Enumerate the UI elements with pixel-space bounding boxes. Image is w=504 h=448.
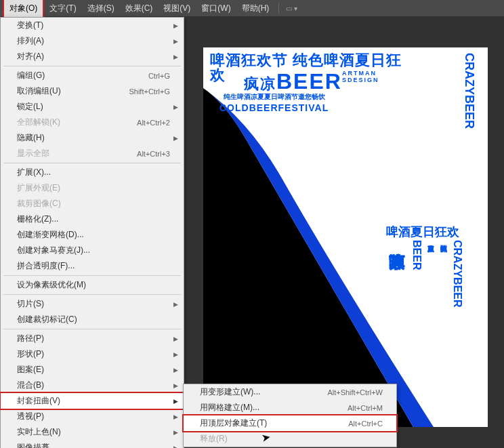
object-menu-item-24[interactable]: 路径(P)▶	[1, 331, 184, 346]
object-menu-item-17[interactable]: 拼合透明度(F)...	[1, 258, 184, 274]
menu-item-label: 扩展(X)...	[17, 167, 170, 178]
menu-shortcut: Alt+Ctrl+3	[137, 150, 170, 158]
submenu-arrow-icon: ▶	[173, 335, 178, 342]
menu-shortcut: Alt+Ctrl+C	[348, 420, 383, 428]
menu-item-label: 显示全部	[17, 148, 137, 159]
menu-item-label: 创建裁切标记(C)	[17, 314, 170, 325]
object-menu-item-12: 扩展外观(E)	[1, 180, 184, 196]
object-menu: 变换(T)▶排列(A)▶对齐(A)▶编组(G)Ctrl+G取消编组(U)Shif…	[0, 17, 184, 448]
menu-item-label: 栅格化(Z)...	[17, 213, 170, 225]
text-v3: 冰爽夏日 疯狂啤酒	[436, 53, 454, 55]
envelope-submenu: 用变形建立(W)...Alt+Shift+Ctrl+W用网格建立(M)...Al…	[183, 384, 397, 447]
object-menu-item-30[interactable]: 实时上色(N)▶	[1, 424, 184, 440]
menu-item-label: 对齐(A)	[17, 51, 170, 62]
menu-item-label: 路径(P)	[17, 333, 170, 344]
artboard[interactable]: 疯狂 啤酒狂欢节 纯色啤酒夏日狂欢 疯凉BEERARTMANSDESIGN 纯生…	[203, 47, 488, 427]
menu-separator	[3, 275, 181, 276]
menu-item-label: 拼合透明度(F)...	[17, 260, 170, 272]
menu-shortcut: Alt+Shift+Ctrl+W	[327, 388, 383, 396]
object-menu-item-1[interactable]: 排列(A)▶	[1, 33, 184, 49]
submenu-arrow-icon: ▶	[173, 382, 178, 389]
menu-effect[interactable]: 效果(C)	[120, 0, 159, 17]
text-prefix: 疯凉	[244, 75, 276, 92]
envelope-submenu-item-1[interactable]: 用网格建立(M)...Alt+Ctrl+M	[184, 400, 396, 415]
text-beer-large: 疯凉BEERARTMANSDESIGN	[244, 70, 379, 92]
menu-shortcut: Alt+Ctrl+M	[348, 404, 383, 412]
submenu-arrow-icon: ▶	[173, 135, 178, 142]
menu-item-label: 形状(P)	[17, 348, 170, 360]
panel-icon[interactable]: ▭ ▾	[286, 5, 297, 12]
menu-separator	[3, 163, 181, 163]
lower-v2: BEER	[411, 240, 423, 270]
object-menu-item-22[interactable]: 创建裁切标记(C)	[1, 312, 184, 327]
object-menu-item-2[interactable]: 对齐(A)▶	[1, 49, 184, 64]
menu-select[interactable]: 选择(S)	[82, 0, 120, 17]
object-menu-item-26[interactable]: 图案(E)▶	[1, 362, 184, 378]
object-menu-item-8[interactable]: 隐藏(H)▶	[1, 130, 184, 146]
object-menu-item-31[interactable]: 图像描摹▶	[1, 440, 184, 448]
submenu-arrow-icon: ▶	[173, 54, 178, 60]
text-v4: CRAZYBEER	[455, 53, 476, 129]
menu-separator	[3, 329, 181, 329]
object-menu-item-9: 显示全部Alt+Ctrl+3	[1, 146, 184, 161]
object-menu-item-5[interactable]: 取消编组(U)Shift+Ctrl+G	[1, 83, 184, 99]
menu-object[interactable]: 对象(O)	[3, 0, 44, 18]
menu-item-label: 裁剪图像(C)	[17, 198, 170, 209]
menu-item-label: 实时上色(N)	[17, 426, 170, 438]
submenu-arrow-icon: ▶	[173, 22, 178, 29]
text-v1: 邀您喝 纯生啤	[400, 53, 415, 57]
object-menu-item-14[interactable]: 栅格化(Z)...	[1, 211, 184, 227]
menu-window[interactable]: 窗口(W)	[196, 0, 236, 17]
object-menu-item-6[interactable]: 锁定(L)▶	[1, 99, 184, 115]
submenu-arrow-icon: ▶	[173, 351, 178, 358]
object-menu-item-16[interactable]: 创建对象马赛克(J)...	[1, 243, 184, 258]
menu-shortcut: Ctrl+G	[148, 72, 170, 80]
menu-item-label: 隐藏(H)	[17, 132, 170, 144]
envelope-submenu-item-3: 释放(R)	[184, 431, 396, 447]
text-sub: 纯生啤酒凉夏夏日啤酒节邀您畅饮	[224, 94, 325, 100]
menu-item-label: 排列(A)	[17, 35, 170, 47]
menu-separator	[3, 66, 181, 66]
menu-item-label: 释放(R)	[200, 433, 383, 445]
menu-item-label: 锁定(L)	[17, 101, 170, 113]
submenu-arrow-icon: ▶	[173, 104, 178, 110]
object-menu-item-21[interactable]: 切片(S)▶	[1, 296, 184, 312]
object-menu-item-0[interactable]: 变换(T)▶	[1, 18, 184, 33]
menubar: 对象(O) 文字(T) 选择(S) 效果(C) 视图(V) 窗口(W) 帮助(H…	[0, 0, 504, 17]
menu-item-label: 用顶层对象建立(T)	[200, 418, 348, 429]
object-menu-item-27[interactable]: 混合(B)▶	[1, 378, 184, 393]
lower-title: 啤酒夏日狂欢	[386, 224, 488, 240]
object-menu-item-29[interactable]: 透视(P)▶	[1, 409, 184, 424]
text-festival: COLDBEERFESTIVAL	[219, 103, 329, 113]
menu-item-label: 创建对象马赛克(J)...	[17, 245, 170, 256]
object-menu-item-7: 全部解锁(K)Alt+Ctrl+2	[1, 115, 184, 130]
menu-item-label: 图像描摹	[17, 442, 170, 448]
menu-view[interactable]: 视图(V)	[158, 0, 196, 17]
object-menu-item-4[interactable]: 编组(G)Ctrl+G	[1, 68, 184, 83]
menu-separator	[3, 294, 181, 295]
menu-item-label: 编组(G)	[17, 70, 148, 81]
menu-shortcut: Shift+Ctrl+G	[129, 87, 170, 96]
menu-item-label: 用网格建立(M)...	[200, 402, 348, 413]
submenu-arrow-icon: ▶	[173, 38, 178, 45]
submenu-arrow-icon: ▶	[173, 445, 178, 449]
envelope-submenu-item-0[interactable]: 用变形建立(W)...Alt+Shift+Ctrl+W	[184, 384, 396, 400]
menu-help[interactable]: 帮助(H)	[236, 0, 275, 17]
menu-item-label: 创建渐变网格(D)...	[17, 229, 170, 241]
menu-item-label: 透视(P)	[17, 411, 170, 422]
object-menu-item-25[interactable]: 形状(P)▶	[1, 346, 184, 362]
menu-item-label: 全部解锁(K)	[17, 117, 137, 128]
menu-item-label: 取消编组(U)	[17, 85, 129, 97]
object-menu-item-15[interactable]: 创建渐变网格(D)...	[1, 227, 184, 243]
submenu-arrow-icon: ▶	[173, 398, 178, 405]
object-menu-item-28[interactable]: 封套扭曲(V)▶	[0, 392, 185, 410]
object-menu-item-19[interactable]: 设为像素级优化(M)	[1, 277, 184, 293]
object-menu-item-13: 裁剪图像(C)	[1, 196, 184, 211]
separator	[278, 3, 279, 14]
envelope-submenu-item-2[interactable]: 用顶层对象建立(T)Alt+Ctrl+C	[182, 414, 398, 432]
menu-type[interactable]: 文字(T)	[44, 0, 81, 17]
menu-item-label: 封套扭曲(V)	[17, 395, 170, 407]
object-menu-item-11[interactable]: 扩展(X)...	[1, 165, 184, 180]
text-sdesign: SDESIGN	[342, 77, 379, 83]
menu-item-label: 用变形建立(W)...	[200, 386, 327, 398]
